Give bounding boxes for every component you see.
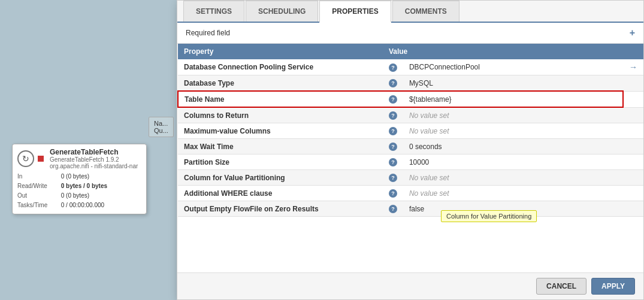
tab-properties[interactable]: PROPERTIES bbox=[319, 1, 391, 23]
cancel-button[interactable]: CANCEL bbox=[536, 278, 586, 295]
queue-label: Qu... bbox=[154, 127, 168, 134]
help-icon-cell: ? bbox=[383, 123, 403, 139]
help-icon-cell: ? bbox=[383, 75, 403, 92]
dialog-footer: CANCEL APPLY bbox=[177, 272, 643, 299]
required-field-bar: Required field + bbox=[177, 23, 643, 44]
prop-arrow-cell bbox=[623, 170, 643, 186]
prop-value-cell: No value set bbox=[403, 123, 623, 139]
prop-arrow-cell bbox=[623, 201, 643, 217]
value-col-header: Value bbox=[383, 44, 643, 59]
prop-name-cell: Database Type bbox=[178, 75, 383, 92]
processor-card: ↻ GenerateTableFetch GenerateTableFetch … bbox=[12, 144, 147, 214]
prop-arrow-cell bbox=[623, 75, 643, 92]
help-icon[interactable]: ? bbox=[389, 174, 397, 182]
properties-dialog: SETTINGS SCHEDULING PROPERTIES COMMENTS … bbox=[177, 0, 644, 300]
table-row[interactable]: Maximum-value Columns?No value set bbox=[178, 123, 643, 139]
help-icon-cell: ? bbox=[383, 107, 403, 123]
table-row[interactable]: Column for Value Partitioning?No value s… bbox=[178, 170, 643, 186]
table-row[interactable]: Partition Size?10000 bbox=[178, 154, 643, 170]
prop-value-cell: No value set bbox=[403, 170, 623, 186]
processor-stats: In 0 (0 bytes) Read/Write 0 bytes / 0 by… bbox=[17, 172, 141, 210]
prop-arrow-cell bbox=[623, 154, 643, 170]
prop-value-cell: No value set bbox=[403, 107, 623, 123]
processor-package: org.apache.nifi - nifi-standard-nar bbox=[50, 163, 138, 169]
prop-value-cell: 0 seconds bbox=[403, 139, 623, 154]
table-row[interactable]: Columns to Return?No value set bbox=[178, 107, 643, 123]
help-icon[interactable]: ? bbox=[389, 205, 397, 213]
prop-arrow-cell: → bbox=[623, 59, 643, 75]
help-icon[interactable]: ? bbox=[389, 189, 397, 198]
name-label: Na... bbox=[154, 120, 168, 127]
prop-value-cell: 10000 bbox=[403, 154, 623, 170]
required-field-label: Required field bbox=[186, 29, 230, 37]
table-row[interactable]: Additional WHERE clause?No value set bbox=[178, 186, 643, 201]
apply-button[interactable]: APPLY bbox=[591, 278, 635, 295]
help-icon-cell: ? bbox=[383, 154, 403, 170]
prop-arrow-cell bbox=[623, 91, 643, 107]
help-icon[interactable]: ? bbox=[389, 158, 397, 166]
tab-settings[interactable]: SETTINGS bbox=[183, 1, 244, 22]
help-icon[interactable]: ? bbox=[389, 127, 397, 135]
help-icon-cell: ? bbox=[383, 170, 403, 186]
table-row[interactable]: Database Type?MySQL bbox=[178, 75, 643, 92]
prop-name-cell: Maximum-value Columns bbox=[178, 123, 383, 139]
prop-name-cell: Column for Value Partitioning bbox=[178, 170, 383, 186]
prop-arrow-cell bbox=[623, 123, 643, 139]
help-icon[interactable]: ? bbox=[389, 79, 397, 87]
prop-arrow-cell bbox=[623, 139, 643, 154]
help-icon-cell: ? bbox=[383, 139, 403, 154]
help-icon[interactable]: ? bbox=[389, 63, 397, 72]
prop-arrow-cell bbox=[623, 107, 643, 123]
help-icon-cell: ? bbox=[383, 59, 403, 75]
processor-icon: ↻ bbox=[17, 150, 34, 167]
table-header-row: Property Value bbox=[178, 44, 643, 59]
processor-title: GenerateTableFetch bbox=[50, 148, 138, 156]
prop-name-cell: Max Wait Time bbox=[178, 139, 383, 154]
prop-name-cell: Output Empty FlowFile on Zero Results bbox=[178, 201, 383, 217]
table-row[interactable]: Table Name?${tablename} bbox=[178, 91, 643, 107]
help-icon[interactable]: ? bbox=[389, 111, 397, 120]
prop-arrow-cell bbox=[623, 186, 643, 201]
prop-value-cell[interactable]: ${tablename} bbox=[403, 91, 623, 107]
property-col-header: Property bbox=[178, 44, 383, 59]
help-icon-cell: ? bbox=[383, 91, 403, 107]
prop-value-cell: DBCPConnectionPool bbox=[403, 59, 623, 75]
name-queue-area: Na... Qu... bbox=[149, 117, 174, 137]
add-property-button[interactable]: + bbox=[630, 28, 635, 38]
table-row[interactable]: Output Empty FlowFile on Zero Results?fa… bbox=[178, 201, 643, 217]
prop-value-cell: false bbox=[403, 201, 623, 217]
prop-name-cell: Additional WHERE clause bbox=[178, 186, 383, 201]
help-icon[interactable]: ? bbox=[389, 95, 397, 104]
table-row[interactable]: Max Wait Time?0 seconds bbox=[178, 139, 643, 154]
properties-table: Property Value Database Connection Pooli… bbox=[177, 44, 643, 217]
help-icon-cell: ? bbox=[383, 201, 403, 217]
properties-table-container: Property Value Database Connection Pooli… bbox=[177, 44, 643, 272]
prop-name-cell: Columns to Return bbox=[178, 107, 383, 123]
processor-subtitle: GenerateTableFetch 1.9.2 bbox=[50, 156, 138, 163]
tab-scheduling[interactable]: SCHEDULING bbox=[246, 1, 318, 22]
status-indicator bbox=[38, 156, 44, 162]
table-row[interactable]: Database Connection Pooling Service?DBCP… bbox=[178, 59, 643, 75]
prop-value-cell: MySQL bbox=[403, 75, 623, 92]
help-icon[interactable]: ? bbox=[389, 143, 397, 151]
prop-name-cell: Database Connection Pooling Service bbox=[178, 59, 383, 75]
prop-value-cell: No value set bbox=[403, 186, 623, 201]
help-icon-cell: ? bbox=[383, 186, 403, 201]
tab-bar: SETTINGS SCHEDULING PROPERTIES COMMENTS bbox=[177, 1, 643, 23]
tab-comments[interactable]: COMMENTS bbox=[392, 1, 459, 22]
prop-name-cell: Table Name bbox=[178, 91, 383, 107]
prop-name-cell: Partition Size bbox=[178, 154, 383, 170]
